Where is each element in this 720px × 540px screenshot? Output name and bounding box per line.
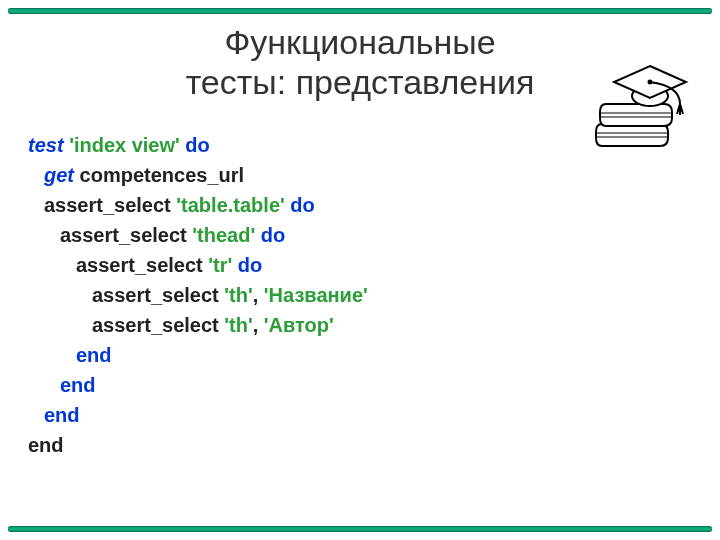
- code-line-7: assert_select 'th', 'Автор': [28, 310, 692, 340]
- keyword-get: get: [44, 164, 74, 186]
- identifier-competences-url: competences_url: [74, 164, 244, 186]
- keyword-test: test: [28, 134, 64, 156]
- call-assert-select: assert_select: [44, 194, 176, 216]
- comma: ,: [253, 314, 264, 336]
- string-avtor: 'Автор': [264, 314, 334, 336]
- string-table-table: 'table.table': [176, 194, 290, 216]
- code-line-2: get competences_url: [28, 160, 692, 190]
- call-assert-select: assert_select: [92, 314, 224, 336]
- title-line-1: Функциональные: [224, 23, 495, 61]
- code-line-9: end: [28, 370, 692, 400]
- keyword-do: do: [261, 224, 285, 246]
- code-line-8: end: [28, 340, 692, 370]
- comma: ,: [253, 284, 264, 306]
- bottom-border-bar: [8, 526, 712, 532]
- title-line-2: тесты: представления: [186, 63, 535, 101]
- code-line-6: assert_select 'th', 'Название': [28, 280, 692, 310]
- keyword-do: do: [238, 254, 262, 276]
- code-line-3: assert_select 'table.table' do: [28, 190, 692, 220]
- keyword-end: end: [44, 404, 80, 426]
- string-thead: 'thead': [192, 224, 260, 246]
- keyword-do: do: [185, 134, 209, 156]
- code-line-4: assert_select 'thead' do: [28, 220, 692, 250]
- call-assert-select: assert_select: [60, 224, 192, 246]
- call-assert-select: assert_select: [92, 284, 224, 306]
- keyword-end: end: [60, 374, 96, 396]
- keyword-end: end: [76, 344, 112, 366]
- code-line-1: test 'index view' do: [28, 130, 692, 160]
- string-th-2: 'th': [224, 314, 252, 336]
- string-index-view: 'index view': [64, 134, 186, 156]
- code-line-11: end: [28, 430, 692, 460]
- keyword-end-outer: end: [28, 434, 64, 456]
- code-block: test 'index view' do get competences_url…: [28, 130, 692, 460]
- keyword-do: do: [290, 194, 314, 216]
- top-border-bar: [8, 8, 712, 14]
- call-assert-select: assert_select: [76, 254, 208, 276]
- slide: Функциональные тесты: представления test…: [0, 0, 720, 540]
- string-tr: 'tr': [208, 254, 238, 276]
- string-nazvanie: 'Название': [264, 284, 368, 306]
- code-line-10: end: [28, 400, 692, 430]
- string-th-1: 'th': [224, 284, 252, 306]
- code-line-5: assert_select 'tr' do: [28, 250, 692, 280]
